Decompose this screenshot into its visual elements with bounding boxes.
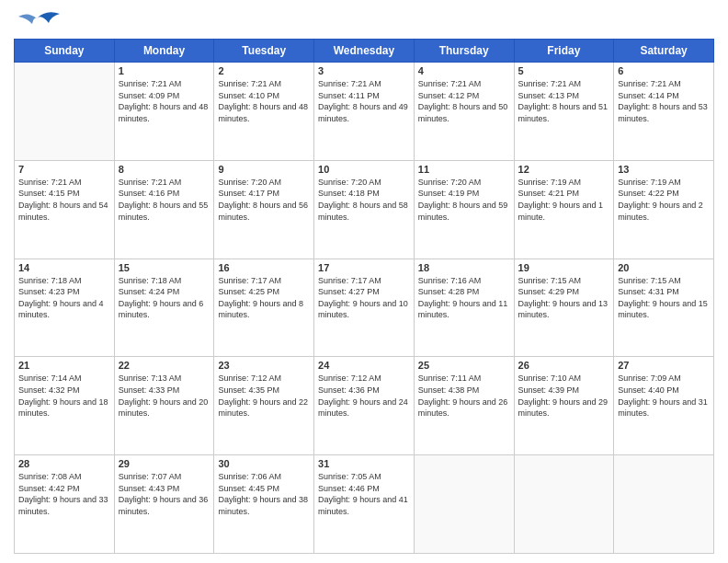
day-number: 16 <box>218 262 310 273</box>
day-info: Sunrise: 7:14 AMSunset: 4:32 PMDaylight:… <box>18 373 110 419</box>
day-info: Sunrise: 7:10 AMSunset: 4:39 PMDaylight:… <box>518 373 610 419</box>
header <box>14 9 714 31</box>
day-number: 18 <box>418 262 510 273</box>
day-cell: 25Sunrise: 7:11 AMSunset: 4:38 PMDayligh… <box>414 357 514 455</box>
calendar-table: Sunday Monday Tuesday Wednesday Thursday… <box>14 39 714 554</box>
day-number: 21 <box>18 360 110 371</box>
day-cell: 5Sunrise: 7:21 AMSunset: 4:13 PMDaylight… <box>514 63 614 161</box>
day-info: Sunrise: 7:16 AMSunset: 4:28 PMDaylight:… <box>418 275 510 321</box>
day-info: Sunrise: 7:21 AMSunset: 4:10 PMDaylight:… <box>218 78 310 124</box>
day-cell: 6Sunrise: 7:21 AMSunset: 4:14 PMDaylight… <box>614 63 714 161</box>
day-cell: 20Sunrise: 7:15 AMSunset: 4:31 PMDayligh… <box>614 259 714 357</box>
day-info: Sunrise: 7:20 AMSunset: 4:19 PMDaylight:… <box>418 177 510 223</box>
day-cell: 8Sunrise: 7:21 AMSunset: 4:16 PMDaylight… <box>114 160 214 259</box>
day-info: Sunrise: 7:21 AMSunset: 4:11 PMDaylight:… <box>318 78 410 124</box>
day-cell: 26Sunrise: 7:10 AMSunset: 4:39 PMDayligh… <box>514 357 614 455</box>
day-number: 3 <box>318 65 410 76</box>
week-row-4: 21Sunrise: 7:14 AMSunset: 4:32 PMDayligh… <box>15 357 714 455</box>
week-row-3: 14Sunrise: 7:18 AMSunset: 4:23 PMDayligh… <box>15 259 714 357</box>
col-monday: Monday <box>114 40 214 63</box>
col-friday: Friday <box>514 40 614 63</box>
day-number: 19 <box>518 262 610 273</box>
day-info: Sunrise: 7:20 AMSunset: 4:18 PMDaylight:… <box>318 177 410 223</box>
day-number: 24 <box>318 360 410 371</box>
day-info: Sunrise: 7:15 AMSunset: 4:31 PMDaylight:… <box>618 275 710 321</box>
day-info: Sunrise: 7:21 AMSunset: 4:12 PMDaylight:… <box>418 78 510 124</box>
day-number: 29 <box>119 458 210 469</box>
day-number: 26 <box>518 360 610 371</box>
day-number: 14 <box>18 262 110 273</box>
day-cell: 12Sunrise: 7:19 AMSunset: 4:21 PMDayligh… <box>514 160 614 259</box>
day-cell <box>15 63 115 161</box>
day-info: Sunrise: 7:21 AMSunset: 4:09 PMDaylight:… <box>119 78 210 124</box>
day-info: Sunrise: 7:19 AMSunset: 4:22 PMDaylight:… <box>618 177 710 223</box>
day-cell: 31Sunrise: 7:05 AMSunset: 4:46 PMDayligh… <box>314 455 415 554</box>
day-cell: 7Sunrise: 7:21 AMSunset: 4:15 PMDaylight… <box>15 160 115 259</box>
day-cell <box>514 455 614 554</box>
logo-bird-icon <box>14 9 60 28</box>
day-number: 23 <box>218 360 310 371</box>
day-number: 28 <box>18 458 110 469</box>
day-cell: 22Sunrise: 7:13 AMSunset: 4:33 PMDayligh… <box>114 357 214 455</box>
day-number: 10 <box>318 164 410 175</box>
day-cell: 1Sunrise: 7:21 AMSunset: 4:09 PMDaylight… <box>114 63 214 161</box>
day-number: 8 <box>119 164 210 175</box>
day-info: Sunrise: 7:12 AMSunset: 4:35 PMDaylight:… <box>218 373 310 419</box>
day-info: Sunrise: 7:18 AMSunset: 4:23 PMDaylight:… <box>18 275 110 321</box>
col-wednesday: Wednesday <box>314 40 415 63</box>
day-cell: 10Sunrise: 7:20 AMSunset: 4:18 PMDayligh… <box>314 160 415 259</box>
day-number: 30 <box>218 458 310 469</box>
day-cell: 11Sunrise: 7:20 AMSunset: 4:19 PMDayligh… <box>414 160 514 259</box>
day-number: 31 <box>318 458 410 469</box>
day-cell: 23Sunrise: 7:12 AMSunset: 4:35 PMDayligh… <box>214 357 314 455</box>
day-info: Sunrise: 7:21 AMSunset: 4:15 PMDaylight:… <box>18 177 110 223</box>
col-sunday: Sunday <box>15 40 115 63</box>
day-number: 6 <box>618 65 710 76</box>
day-cell: 24Sunrise: 7:12 AMSunset: 4:36 PMDayligh… <box>314 357 415 455</box>
day-info: Sunrise: 7:09 AMSunset: 4:40 PMDaylight:… <box>618 373 710 419</box>
day-info: Sunrise: 7:08 AMSunset: 4:42 PMDaylight:… <box>18 471 110 517</box>
day-cell: 29Sunrise: 7:07 AMSunset: 4:43 PMDayligh… <box>114 455 214 554</box>
day-info: Sunrise: 7:11 AMSunset: 4:38 PMDaylight:… <box>418 373 510 419</box>
day-number: 13 <box>618 164 710 175</box>
day-info: Sunrise: 7:12 AMSunset: 4:36 PMDaylight:… <box>318 373 410 419</box>
day-cell: 9Sunrise: 7:20 AMSunset: 4:17 PMDaylight… <box>214 160 314 259</box>
day-number: 4 <box>418 65 510 76</box>
week-row-2: 7Sunrise: 7:21 AMSunset: 4:15 PMDaylight… <box>15 160 714 259</box>
day-cell: 2Sunrise: 7:21 AMSunset: 4:10 PMDaylight… <box>214 63 314 161</box>
day-cell: 30Sunrise: 7:06 AMSunset: 4:45 PMDayligh… <box>214 455 314 554</box>
day-cell: 27Sunrise: 7:09 AMSunset: 4:40 PMDayligh… <box>614 357 714 455</box>
day-number: 1 <box>119 65 210 76</box>
day-info: Sunrise: 7:15 AMSunset: 4:29 PMDaylight:… <box>518 275 610 321</box>
day-info: Sunrise: 7:20 AMSunset: 4:17 PMDaylight:… <box>218 177 310 223</box>
day-number: 7 <box>18 164 110 175</box>
logo-text <box>14 9 60 31</box>
day-info: Sunrise: 7:05 AMSunset: 4:46 PMDaylight:… <box>318 471 410 517</box>
day-cell <box>614 455 714 554</box>
day-cell: 17Sunrise: 7:17 AMSunset: 4:27 PMDayligh… <box>314 259 415 357</box>
day-info: Sunrise: 7:17 AMSunset: 4:27 PMDaylight:… <box>318 275 410 321</box>
logo <box>14 9 60 31</box>
day-cell: 4Sunrise: 7:21 AMSunset: 4:12 PMDaylight… <box>414 63 514 161</box>
day-info: Sunrise: 7:07 AMSunset: 4:43 PMDaylight:… <box>119 471 210 517</box>
day-info: Sunrise: 7:17 AMSunset: 4:25 PMDaylight:… <box>218 275 310 321</box>
day-cell: 19Sunrise: 7:15 AMSunset: 4:29 PMDayligh… <box>514 259 614 357</box>
day-number: 5 <box>518 65 610 76</box>
day-cell: 28Sunrise: 7:08 AMSunset: 4:42 PMDayligh… <box>15 455 115 554</box>
day-number: 9 <box>218 164 310 175</box>
day-number: 15 <box>119 262 210 273</box>
day-number: 20 <box>618 262 710 273</box>
day-number: 27 <box>618 360 710 371</box>
day-number: 2 <box>218 65 310 76</box>
day-cell: 14Sunrise: 7:18 AMSunset: 4:23 PMDayligh… <box>15 259 115 357</box>
day-cell: 18Sunrise: 7:16 AMSunset: 4:28 PMDayligh… <box>414 259 514 357</box>
day-info: Sunrise: 7:19 AMSunset: 4:21 PMDaylight:… <box>518 177 610 223</box>
day-number: 17 <box>318 262 410 273</box>
day-cell <box>414 455 514 554</box>
col-saturday: Saturday <box>614 40 714 63</box>
day-number: 25 <box>418 360 510 371</box>
day-info: Sunrise: 7:21 AMSunset: 4:13 PMDaylight:… <box>518 78 610 124</box>
col-thursday: Thursday <box>414 40 514 63</box>
day-number: 12 <box>518 164 610 175</box>
page: Sunday Monday Tuesday Wednesday Thursday… <box>0 0 728 563</box>
